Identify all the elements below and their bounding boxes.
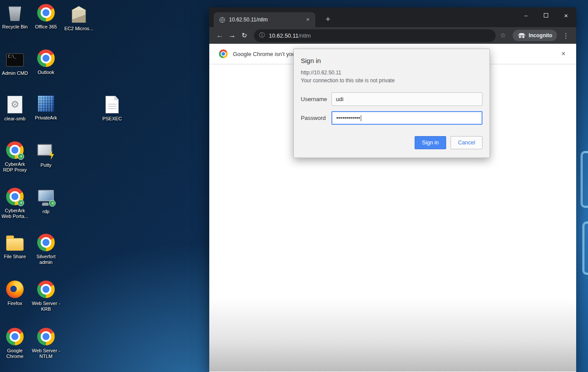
chrome-icon xyxy=(6,328,24,345)
incognito-badge: Incognito xyxy=(513,30,557,41)
monitor-icon xyxy=(37,189,55,206)
username-value: udi xyxy=(336,96,343,102)
chrome-shortcut-icon xyxy=(6,188,24,205)
desktop-icon-web-server-ntlm[interactable]: Web Server - NTLM xyxy=(31,326,61,359)
username-row: Username udi xyxy=(301,92,482,106)
desktop-icon-clear-smb[interactable]: clear-smb xyxy=(0,95,30,122)
desktop-icon-label: CyberArk Web Porta... xyxy=(0,208,30,219)
password-masked-value: •••••••••••• xyxy=(336,115,360,121)
chrome-shortcut-icon xyxy=(37,328,55,345)
wallpaper-window-pane xyxy=(582,221,588,275)
browser-toolbar: ← → ↻ ⓘ 10.62.50.11/ntlm ☆ Incognito ⋮ xyxy=(209,27,576,44)
maximize-button[interactable] xyxy=(536,7,556,23)
menu-kebab-icon[interactable]: ⋮ xyxy=(562,32,569,40)
url-path: /ntlm xyxy=(299,32,311,39)
page-info-icon[interactable]: ⓘ xyxy=(259,32,265,39)
green-x-badge xyxy=(18,200,24,206)
url-host: 10.62.50.11 xyxy=(269,32,299,39)
wallpaper-window-pane xyxy=(581,151,588,208)
desktop-icon-file-share[interactable]: File Share xyxy=(0,232,30,260)
bookmark-star-icon[interactable]: ☆ xyxy=(500,32,506,39)
back-button[interactable]: ← xyxy=(214,29,226,42)
chrome-shortcut-icon xyxy=(37,49,55,67)
privateark-icon xyxy=(38,95,54,112)
desktop-icon-firefox[interactable]: Firefox xyxy=(0,279,30,306)
desktop-icon-label: Firefox xyxy=(7,301,22,306)
desktop-icon-recycle-bin[interactable]: Recycle Bin xyxy=(0,3,30,30)
document-icon xyxy=(106,96,119,113)
globe-icon xyxy=(219,17,225,23)
desktop-icon-label: Admin CMD xyxy=(2,70,28,76)
tab-title: 10.62.50.11/ntlm xyxy=(229,17,304,23)
address-bar[interactable]: ⓘ 10.62.50.11/ntlm xyxy=(254,29,496,42)
window-close-button[interactable]: × xyxy=(556,7,576,23)
desktop-icon-label: CyberArk RDP Proxy xyxy=(0,161,30,173)
desktop-icon-google-chrome[interactable]: Google Chrome xyxy=(0,326,30,359)
dialog-site-url: http://10.62.50.11 xyxy=(301,70,482,76)
password-label: Password xyxy=(301,115,331,121)
gear-document-icon xyxy=(7,96,22,113)
desktop-icon-privateark[interactable]: PrivateArk xyxy=(31,94,61,121)
desktop-icon-label: EC2 Micros... xyxy=(64,26,93,32)
desktop-icon-label: rdp xyxy=(42,209,49,214)
maximize-icon xyxy=(544,13,548,18)
new-tab-button[interactable]: + xyxy=(322,14,334,25)
recycle-bin-icon xyxy=(8,4,22,21)
chrome-shortcut-icon xyxy=(37,234,55,251)
tab-close-icon[interactable]: × xyxy=(304,16,312,24)
desktop-icon-label: Web Server - KRB xyxy=(31,301,61,312)
desktop-icon-label: Outlook xyxy=(38,70,54,75)
desktop-icon-label: clear-smb xyxy=(4,116,25,122)
minimize-button[interactable]: – xyxy=(516,7,536,23)
desktop-icon-psexec[interactable]: PSEXEC xyxy=(97,95,127,122)
chrome-shortcut-icon xyxy=(6,141,24,159)
desktop-icon-outlook[interactable]: Outlook xyxy=(31,48,61,75)
password-input[interactable]: •••••••••••• xyxy=(331,111,482,125)
desktop-icon-label: Google Chrome xyxy=(0,348,30,359)
dialog-warning-text: Your connection to this site is not priv… xyxy=(301,77,482,84)
desktop-icon-web-server-krb[interactable]: Web Server - KRB xyxy=(31,279,61,312)
incognito-label: Incognito xyxy=(528,32,552,39)
dialog-buttons: Sign in Cancel xyxy=(301,136,482,149)
infobar-text: Google Chrome isn't you xyxy=(233,51,296,57)
desktop-icon-label: PSEXEC xyxy=(102,116,122,122)
window-controls: – × xyxy=(516,7,576,23)
desktop-icon-rdp[interactable]: rdp xyxy=(31,187,61,214)
folder-icon xyxy=(6,238,24,251)
firefox-icon xyxy=(6,281,24,298)
sign-in-button[interactable]: Sign in xyxy=(415,136,446,149)
terminal-icon xyxy=(6,53,24,67)
chrome-icon xyxy=(219,49,228,58)
username-label: Username xyxy=(301,96,331,102)
forward-button[interactable]: → xyxy=(226,29,238,42)
tab-strip: 10.62.50.11/ntlm × + – × xyxy=(209,7,576,27)
desktop-icon-putty[interactable]: Putty xyxy=(31,141,61,168)
cancel-button[interactable]: Cancel xyxy=(451,136,482,149)
reload-button[interactable]: ↻ xyxy=(238,29,250,42)
chrome-shortcut-icon xyxy=(37,281,55,298)
page-content: Sign in http://10.62.50.11 Your connecti… xyxy=(209,64,576,372)
dialog-title: Sign in xyxy=(301,57,482,64)
infobar-close-icon[interactable]: × xyxy=(559,49,568,59)
browser-tab[interactable]: 10.62.50.11/ntlm × xyxy=(214,12,315,27)
username-input[interactable]: udi xyxy=(331,92,482,106)
lightning-bolt-icon xyxy=(49,151,55,160)
desktop-icon-cyberark-web-portal[interactable]: CyberArk Web Porta... xyxy=(0,186,30,219)
desktop-icon-silverfort-admin[interactable]: Silverfort admin xyxy=(31,232,61,265)
chrome-incognito-window: 10.62.50.11/ntlm × + – × ← → ↻ ⓘ 10.62.5… xyxy=(209,7,576,372)
green-x-badge xyxy=(49,200,56,207)
putty-terminal-icon xyxy=(37,143,55,159)
desktop-icon-office-365[interactable]: Office 365 xyxy=(31,3,61,30)
desktop-icon-admin-cmd[interactable]: Admin CMD xyxy=(0,49,30,76)
desktop-icon-cyberark-rdp-proxy[interactable]: CyberArk RDP Proxy xyxy=(0,140,30,173)
desktop-icon-label: Putty xyxy=(40,162,51,168)
chrome-shortcut-icon xyxy=(37,4,55,21)
desktop-icon-label: Silverfort admin xyxy=(31,254,61,265)
desktop-icon-label: Web Server - NTLM xyxy=(31,348,61,359)
desktop-icon-ec2[interactable]: EC2 Micros... xyxy=(64,4,94,32)
desktop-icon-label: Office 365 xyxy=(35,24,57,30)
http-auth-dialog: Sign in http://10.62.50.11 Your connecti… xyxy=(293,49,490,158)
green-x-badge xyxy=(18,153,24,160)
password-row: Password •••••••••••• xyxy=(301,111,482,125)
desktop-icon-label: Recycle Bin xyxy=(2,24,28,30)
